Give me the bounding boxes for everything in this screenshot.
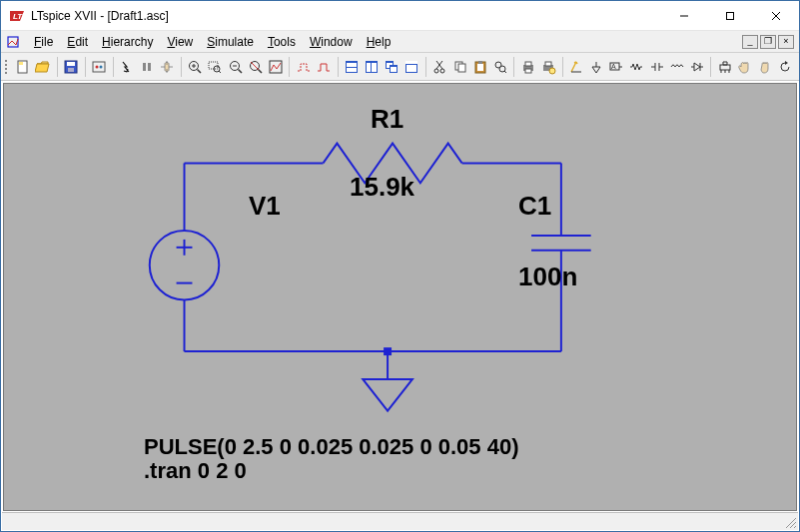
svg-marker-76 bbox=[694, 63, 700, 71]
svg-rect-43 bbox=[391, 67, 397, 72]
svg-point-16 bbox=[95, 65, 98, 68]
halt-icon[interactable] bbox=[138, 56, 157, 78]
r1-name-label[interactable]: R1 bbox=[371, 104, 403, 135]
c1-name-label[interactable]: C1 bbox=[518, 191, 551, 222]
window-title: LTspice XVII - [Draft1.asc] bbox=[31, 9, 169, 23]
find-icon[interactable] bbox=[490, 56, 509, 78]
svg-marker-80 bbox=[723, 62, 727, 65]
svg-line-7 bbox=[8, 41, 12, 45]
run-icon[interactable] bbox=[117, 56, 136, 78]
svg-rect-14 bbox=[68, 68, 74, 72]
svg-rect-36 bbox=[347, 68, 357, 72]
titlebar: LT LTspice XVII - [Draft1.asc] bbox=[1, 1, 799, 31]
menu-file[interactable]: File bbox=[27, 33, 60, 51]
pan-icon[interactable] bbox=[158, 56, 177, 78]
component-icon[interactable] bbox=[715, 56, 734, 78]
zoom-out-icon[interactable] bbox=[226, 56, 245, 78]
mdi-close-button[interactable]: × bbox=[778, 35, 794, 49]
autorange-icon[interactable] bbox=[266, 56, 285, 78]
svg-line-21 bbox=[198, 69, 202, 73]
minimize-button[interactable] bbox=[661, 1, 707, 31]
svg-line-32 bbox=[251, 62, 259, 70]
svg-point-64 bbox=[549, 68, 555, 74]
c1-value-label[interactable]: 100n bbox=[518, 262, 577, 292]
svg-text:A: A bbox=[611, 63, 616, 70]
drag-icon[interactable] bbox=[756, 56, 775, 78]
schematic-canvas[interactable]: R1 15.9k V1 C1 100n PULSE(0 2.5 0 0.025 … bbox=[3, 83, 797, 511]
cascade-icon[interactable] bbox=[383, 56, 401, 78]
maximize-button[interactable] bbox=[707, 1, 753, 31]
move-icon[interactable] bbox=[735, 56, 754, 78]
svg-line-26 bbox=[219, 71, 221, 73]
close-all-icon[interactable] bbox=[402, 56, 421, 78]
svg-rect-38 bbox=[367, 63, 371, 72]
copy-icon[interactable] bbox=[450, 56, 469, 78]
pick-net-icon[interactable] bbox=[294, 56, 313, 78]
svg-marker-67 bbox=[592, 67, 600, 73]
pulse-directive[interactable]: PULSE(0 2.5 0 0.025 0.025 0 0.05 40) bbox=[144, 434, 518, 460]
menu-edit[interactable]: Edit bbox=[60, 33, 95, 51]
resistor-icon[interactable] bbox=[627, 56, 646, 78]
new-schematic-icon[interactable] bbox=[13, 56, 32, 78]
control-panel-icon[interactable] bbox=[89, 56, 108, 78]
svg-rect-55 bbox=[478, 61, 482, 64]
svg-rect-13 bbox=[67, 62, 75, 66]
cut-icon[interactable] bbox=[430, 56, 449, 78]
zoom-in-icon[interactable] bbox=[186, 56, 205, 78]
svg-rect-24 bbox=[209, 62, 218, 69]
ground-icon[interactable] bbox=[587, 56, 606, 78]
svg-marker-84 bbox=[785, 61, 788, 65]
paste-icon[interactable] bbox=[470, 56, 489, 78]
menu-tools[interactable]: Tools bbox=[261, 33, 303, 51]
svg-rect-79 bbox=[720, 65, 730, 70]
mdi-system-icon[interactable] bbox=[5, 34, 21, 50]
menu-window[interactable]: Window bbox=[303, 33, 360, 51]
r1-value-label[interactable]: 15.9k bbox=[350, 172, 414, 203]
tile-horiz-icon[interactable] bbox=[363, 56, 382, 78]
mdi-minimize-button[interactable]: _ bbox=[742, 35, 758, 49]
svg-marker-99 bbox=[363, 379, 412, 411]
toolbar: A bbox=[1, 53, 799, 81]
toolbar-grip-icon[interactable] bbox=[5, 57, 9, 77]
rotate-icon[interactable] bbox=[776, 56, 795, 78]
v1-name-label[interactable]: V1 bbox=[249, 191, 281, 222]
inductor-icon[interactable] bbox=[667, 56, 686, 78]
svg-point-49 bbox=[434, 69, 438, 73]
statusbar bbox=[2, 512, 798, 530]
menu-simulate[interactable]: Simulate bbox=[200, 33, 261, 51]
close-button[interactable] bbox=[753, 1, 799, 31]
svg-rect-61 bbox=[525, 69, 531, 73]
svg-rect-100 bbox=[384, 347, 392, 355]
tran-directive[interactable]: .tran 0 2 0 bbox=[144, 458, 247, 484]
menu-view[interactable]: View bbox=[160, 33, 200, 51]
resize-grip-icon[interactable] bbox=[784, 516, 796, 528]
svg-rect-35 bbox=[347, 63, 357, 67]
menu-hierarchy[interactable]: Hierarchy bbox=[95, 33, 160, 51]
save-icon[interactable] bbox=[61, 56, 80, 78]
svg-line-31 bbox=[258, 69, 262, 73]
svg-rect-15 bbox=[93, 62, 105, 72]
svg-text:LT: LT bbox=[13, 12, 23, 21]
menubar: File Edit Hierarchy View Simulate Tools … bbox=[1, 31, 799, 53]
svg-rect-46 bbox=[406, 65, 416, 72]
svg-point-17 bbox=[99, 65, 102, 68]
zoom-area-icon[interactable] bbox=[206, 56, 225, 78]
label-net-icon[interactable] bbox=[314, 56, 333, 78]
svg-rect-45 bbox=[405, 61, 417, 64]
menu-help[interactable]: Help bbox=[360, 33, 399, 51]
svg-line-8 bbox=[12, 41, 16, 45]
svg-rect-19 bbox=[148, 63, 151, 71]
zoom-fit-icon[interactable] bbox=[246, 56, 265, 78]
wire-icon[interactable] bbox=[566, 56, 585, 78]
print-icon[interactable] bbox=[518, 56, 537, 78]
svg-rect-63 bbox=[545, 62, 551, 66]
mdi-restore-button[interactable]: ❐ bbox=[760, 35, 776, 49]
capacitor-icon[interactable] bbox=[647, 56, 666, 78]
svg-rect-11 bbox=[19, 62, 23, 65]
netlabel-icon[interactable]: A bbox=[607, 56, 626, 78]
open-icon[interactable] bbox=[33, 56, 52, 78]
tile-vert-icon[interactable] bbox=[342, 56, 361, 78]
print-setup-icon[interactable] bbox=[538, 56, 557, 78]
diode-icon[interactable] bbox=[687, 56, 706, 78]
svg-rect-60 bbox=[525, 62, 531, 66]
